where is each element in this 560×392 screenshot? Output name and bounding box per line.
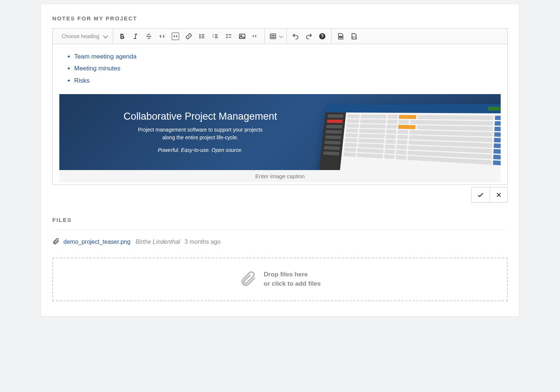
file-timestamp: 3 months ago [185,239,221,245]
files-section-title: FILES [52,217,508,223]
list-item: Meeting minutes [74,63,501,74]
note-link[interactable]: Risks [74,77,90,84]
embedded-image-block[interactable]: Collaborative Project Management Project… [59,94,501,182]
heading-dropdown[interactable]: Choose heading [56,29,111,44]
editor-actions [52,187,508,203]
task-list-button[interactable] [222,30,235,43]
files-section: FILES demo_project_teaser.png Birthe Lin… [52,217,508,301]
confirm-button[interactable] [472,187,490,202]
undo-button[interactable] [289,30,302,43]
file-author: Birthe Lindenthal [136,239,180,245]
banner-headline: Collaborative Project Management [104,111,297,122]
preview-button[interactable] [334,30,347,43]
dropzone-text: Drop files here or click to add files [264,270,321,288]
code-block-button[interactable] [169,30,182,43]
list-item: Team meeting agenda [74,51,501,63]
note-link[interactable]: Team meeting agenda [74,53,136,60]
teaser-banner-image: Collaborative Project Management Project… [59,94,501,170]
redo-button[interactable] [302,30,316,43]
strikethrough-button[interactable] [142,30,155,43]
svg-point-0 [200,34,200,35]
banner-tagline: Powerful. Easy-to-use. Open source. [158,147,243,153]
bold-button[interactable] [115,30,129,43]
cancel-button[interactable] [490,187,507,202]
app-screenshot-mock [319,104,501,170]
note-link[interactable]: Meeting minutes [74,65,121,72]
notes-section-title: NOTES FOR MY PROJECT [52,15,508,21]
editor-toolbar: Choose heading [53,29,507,44]
svg-rect-7 [270,34,276,39]
link-button[interactable] [182,30,195,43]
project-notes-card: NOTES FOR MY PROJECT Choose heading [41,4,519,316]
rich-text-editor: Choose heading [52,28,508,185]
divider [52,230,508,230]
dropzone-line1: Drop files here [264,270,321,279]
dropzone-line2: or click to add files [264,279,321,289]
file-dropzone[interactable]: Drop files here or click to add files [52,258,508,301]
numbered-list-button[interactable]: 12 [209,30,222,43]
file-row: demo_project_teaser.png Birthe Lindentha… [52,237,508,246]
inline-code-button[interactable] [155,30,169,43]
insert-table-button[interactable] [267,30,284,43]
chevron-down-icon [279,33,283,37]
help-button[interactable] [316,30,329,43]
bullet-list-button[interactable] [195,30,209,43]
svg-text:2: 2 [213,35,214,37]
list-item: Risks [74,75,501,87]
image-button[interactable] [235,30,249,43]
svg-point-2 [200,37,200,38]
attachment-icon [239,270,257,289]
banner-subline: Project management software to support y… [134,126,267,142]
italic-button[interactable] [129,30,142,43]
chevron-down-icon [103,33,108,38]
attachment-icon [52,237,60,246]
blockquote-button[interactable] [249,30,262,43]
svg-point-1 [200,36,200,37]
file-name-link[interactable]: demo_project_teaser.png [63,239,131,245]
editor-content[interactable]: Team meeting agenda Meeting minutes Risk… [53,44,507,185]
image-caption-input[interactable]: Enter image caption [59,170,501,182]
notes-bullet-list: Team meeting agenda Meeting minutes Risk… [59,51,501,87]
source-button[interactable] [347,30,360,43]
heading-dropdown-label: Choose heading [62,33,99,39]
